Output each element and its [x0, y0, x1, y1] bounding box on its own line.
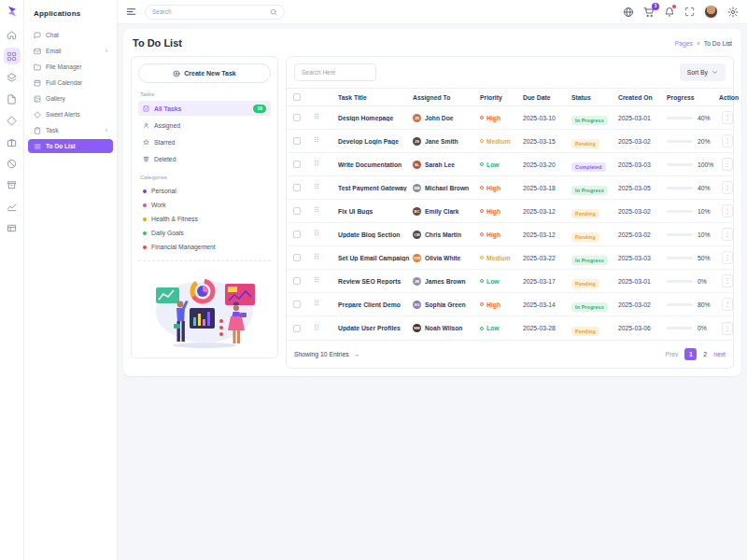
- filter-deleted[interactable]: Deleted: [138, 151, 271, 166]
- archive-icon[interactable]: [4, 176, 21, 193]
- global-search[interactable]: [145, 5, 285, 20]
- charts-icon[interactable]: [4, 198, 21, 215]
- hamburger-icon[interactable]: [126, 7, 136, 17]
- cart-icon[interactable]: 3: [643, 7, 655, 18]
- drag-handle-icon[interactable]: ⠿: [314, 301, 338, 308]
- bell-icon[interactable]: [664, 7, 675, 18]
- categories-group-label: Categories: [140, 175, 269, 180]
- checklist-icon: [143, 105, 149, 112]
- globe-icon[interactable]: [623, 7, 634, 18]
- row-action-menu-icon[interactable]: ⋮: [722, 298, 733, 311]
- sort-by-button[interactable]: Sort By: [680, 63, 726, 81]
- drag-handle-icon[interactable]: ⠿: [314, 277, 338, 285]
- global-search-input[interactable]: [152, 8, 270, 15]
- pagination: Prev 1 2 next: [665, 348, 726, 360]
- category-health-fitness[interactable]: Health & Fitness: [138, 212, 271, 226]
- drag-handle-icon[interactable]: ⠿: [314, 114, 338, 121]
- select-all-checkbox[interactable]: [293, 93, 301, 101]
- row-checkbox[interactable]: [293, 325, 301, 332]
- components-icon[interactable]: [4, 112, 21, 129]
- breadcrumb-pages[interactable]: Pages: [675, 40, 693, 47]
- chevron-right-icon: ›: [106, 127, 107, 133]
- row-action-menu-icon[interactable]: ⋮: [722, 251, 733, 264]
- row-checkbox[interactable]: [293, 207, 301, 215]
- gear-icon[interactable]: [727, 7, 739, 18]
- widgets-icon[interactable]: [4, 133, 21, 150]
- row-action-menu-icon[interactable]: ⋮: [722, 181, 733, 194]
- pages-icon[interactable]: [4, 91, 21, 107]
- category-personal[interactable]: Personal: [138, 184, 271, 198]
- sidebar-item-file-manager[interactable]: File Manager: [28, 60, 113, 74]
- home-icon[interactable]: [4, 26, 21, 43]
- pagination-page-2[interactable]: 2: [703, 351, 707, 357]
- status-badge: Completed: [571, 162, 606, 172]
- assignee-name: Sarah Lee: [425, 161, 455, 168]
- row-action-menu-icon[interactable]: ⋮: [722, 322, 733, 335]
- sidebar-item-label: Email: [46, 48, 62, 54]
- row-checkbox[interactable]: [293, 161, 301, 168]
- created-on: 2025-03-02: [618, 208, 667, 215]
- apps-icon[interactable]: [4, 48, 21, 64]
- row-checkbox[interactable]: [293, 301, 301, 308]
- row-checkbox[interactable]: [293, 231, 301, 238]
- filter-starred[interactable]: Starred: [138, 134, 271, 149]
- disabled-icon[interactable]: [4, 155, 21, 172]
- assignee-avatar: JB: [413, 277, 421, 286]
- user-avatar[interactable]: [704, 5, 718, 19]
- drag-handle-icon[interactable]: ⠿: [314, 207, 338, 215]
- task-title: Update User Profiles: [338, 325, 413, 331]
- sidebar-item-full-calendar[interactable]: Full Calendar: [28, 76, 113, 90]
- pagination-next[interactable]: next: [713, 351, 726, 357]
- row-action-menu-icon[interactable]: ⋮: [722, 158, 733, 171]
- progress-cell: 10%: [667, 231, 719, 238]
- tables-icon[interactable]: [4, 219, 21, 236]
- row-checkbox[interactable]: [293, 114, 301, 121]
- table-search-input[interactable]: [294, 63, 376, 81]
- pagination-page-1[interactable]: 1: [684, 348, 697, 360]
- drag-handle-icon[interactable]: ⠿: [314, 137, 338, 145]
- sidebar-item-chat[interactable]: Chat: [28, 28, 113, 42]
- drag-handle-icon[interactable]: ⠿: [314, 231, 338, 238]
- row-action-menu-icon[interactable]: ⋮: [722, 204, 733, 217]
- layers-icon[interactable]: [4, 69, 21, 86]
- fullscreen-icon[interactable]: [684, 7, 695, 17]
- drag-handle-icon[interactable]: ⠿: [314, 184, 338, 191]
- create-task-button[interactable]: Create New Task: [138, 63, 271, 83]
- table-body: ⠿ Design Homepage JDJohn Doe High 2025-0…: [287, 106, 733, 340]
- task-title: Design Homepage: [338, 115, 413, 121]
- row-action-menu-icon[interactable]: ⋮: [722, 134, 733, 147]
- status-badge: Pending: [571, 209, 599, 218]
- category-financial-management[interactable]: Financial Management: [138, 240, 271, 254]
- priority-cell: Medium: [480, 255, 523, 261]
- pagination-prev[interactable]: Prev: [665, 351, 678, 357]
- drag-handle-icon[interactable]: ⠿: [314, 254, 338, 261]
- sidebar-item-label: Sweet Alerts: [46, 111, 80, 118]
- assignee-avatar: SG: [413, 301, 421, 309]
- created-on: 2025-03-05: [618, 185, 667, 191]
- category-work[interactable]: Work: [138, 198, 271, 212]
- priority-dot: [480, 186, 484, 189]
- row-checkbox[interactable]: [293, 137, 301, 145]
- created-on: 2025-03-03: [618, 255, 667, 261]
- sidebar-item-email[interactable]: Email ›: [28, 44, 113, 58]
- created-on: 2025-03-01: [618, 115, 667, 121]
- sidebar-item-task[interactable]: Task ›: [28, 123, 113, 137]
- drag-handle-icon[interactable]: ⠿: [314, 325, 338, 332]
- row-checkbox[interactable]: [293, 254, 301, 261]
- priority-dot: [480, 327, 484, 330]
- app-logo[interactable]: [6, 5, 19, 18]
- assignee-name: Jane Smith: [425, 138, 458, 145]
- row-action-menu-icon[interactable]: ⋮: [722, 228, 733, 241]
- drag-handle-icon[interactable]: ⠿: [314, 161, 338, 168]
- priority-cell: Low: [480, 278, 523, 285]
- sidebar-item-to-do-list[interactable]: To Do List: [28, 139, 113, 153]
- row-checkbox[interactable]: [293, 277, 301, 285]
- filter-assigned[interactable]: Assigned: [138, 118, 271, 133]
- sidebar-item-sweet-alerts[interactable]: Sweet Alerts: [28, 107, 113, 121]
- filter-all-tasks[interactable]: All Tasks 10: [138, 101, 271, 116]
- row-checkbox[interactable]: [293, 184, 301, 191]
- category-daily-goals[interactable]: Daily Goals: [138, 226, 271, 240]
- row-action-menu-icon[interactable]: ⋮: [722, 274, 733, 287]
- row-action-menu-icon[interactable]: ⋮: [722, 111, 733, 124]
- sidebar-item-gallery[interactable]: Gallery: [28, 91, 113, 105]
